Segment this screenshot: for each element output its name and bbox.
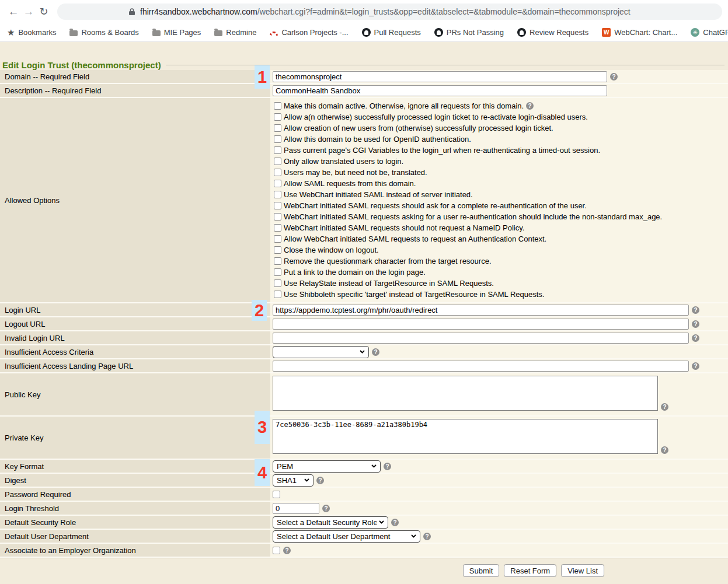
help-icon[interactable] [692,320,699,328]
description-input[interactable] [273,85,607,96]
bookmark-item[interactable]: Carlson Projects -... [270,28,348,37]
bookmark-item[interactable]: ChatGPT [691,28,728,37]
help-icon[interactable] [610,73,618,81]
bookmark-item[interactable]: MIE Pages [152,28,201,37]
allowed-option-checkbox[interactable] [274,246,281,254]
public-key-textarea[interactable] [273,376,658,411]
allowed-option-checkbox[interactable] [274,213,281,221]
allowed-option: Put a link to the domain on the login pa… [274,267,728,278]
help-icon[interactable] [661,446,668,454]
key-format-select[interactable]: PEM [273,460,381,473]
allowed-option-checkbox[interactable] [274,146,281,154]
insufficient-access-criteria-select[interactable] [273,346,369,358]
address-bar[interactable]: fhirr4sandbox.webchartnow.com/webchart.c… [57,4,722,20]
allowed-option-checkbox[interactable] [274,224,281,232]
bookmark-item[interactable]: WebChart: Chart... [602,28,677,37]
digest-select[interactable]: SHA1 [273,474,314,487]
allowed-option-checkbox[interactable] [274,268,281,276]
chevron-down-icon [304,478,309,482]
allowed-option-checkbox[interactable] [274,191,281,198]
help-icon[interactable] [692,306,699,314]
login-url-input[interactable] [273,305,689,316]
allowed-option-checkbox[interactable] [274,235,281,243]
allowed-option: Use WebChart initiated SAML instead of s… [274,189,728,200]
allowed-option-checkbox[interactable] [274,291,281,298]
allowed-option-checkbox[interactable] [274,158,281,165]
bookmark-item[interactable]: Bookmarks [7,27,56,38]
allowed-option-checkbox[interactable] [274,169,281,176]
login-url-label: Login URL [0,303,270,316]
help-icon[interactable] [283,547,291,554]
allowed-option-checkbox[interactable] [274,113,281,121]
bookmark-item[interactable]: Pull Requests [362,28,421,37]
allowed-options-label: Allowed Options [0,98,270,302]
view-list-button[interactable]: View List [561,564,604,577]
chevron-down-icon [411,534,416,538]
allowed-option-checkbox[interactable] [274,202,281,209]
help-icon[interactable] [692,334,699,342]
help-icon[interactable] [661,403,668,411]
allowed-option-label: Make this domain active. Otherwise, igno… [284,102,524,110]
allowed-option-label: Use WebChart initiated SAML instead of s… [284,190,473,199]
reload-icon[interactable] [36,5,51,18]
allowed-option-checkbox[interactable] [274,257,281,265]
bookmark-item[interactable]: Redmine [214,28,256,37]
default-security-role-select[interactable]: Select a Default Security Role [273,516,388,529]
annotation-step-2: 2 [252,300,267,321]
allowed-option-label: Close the window on logout. [284,246,379,254]
insufficient-access-landing-input[interactable] [273,361,689,372]
associate-employer-org-checkbox[interactable] [273,547,280,554]
bookmark-item[interactable]: PRs Not Passing [434,28,504,37]
row-public-key: Public Key [0,373,728,417]
select-value: PEM [277,462,369,471]
help-icon[interactable] [372,348,379,356]
invalid-login-url-input[interactable] [273,333,689,344]
allowed-option-label: WebChart initiated SAML requests should … [284,223,524,232]
row-insufficient-access-landing: Insufficient Access Landing Page URL [0,359,728,373]
allowed-option-checkbox[interactable] [274,180,281,187]
chevron-down-icon [379,520,384,524]
allowed-option: Use Shibboleth specific 'target' instead… [274,289,728,300]
allowed-option-checkbox[interactable] [274,102,281,110]
select-value: Select a Default User Department [277,532,409,541]
reset-form-button[interactable]: Reset Form [504,564,556,577]
row-domain: Domain -- Required Field [0,70,728,84]
help-icon[interactable] [322,505,330,512]
logout-url-input[interactable] [273,319,689,330]
insufficient-access-criteria-label: Insufficient Access Criteria [0,345,270,358]
form-actions: Submit Reset Form View List [0,564,728,577]
help-icon[interactable] [384,463,391,470]
login-threshold-input[interactable] [273,503,319,514]
row-associate-employer-org: Associate to an Employer Organization [0,544,728,558]
allowed-option-checkbox[interactable] [274,279,281,287]
allowed-option-checkbox[interactable] [274,135,281,143]
domain-input[interactable] [273,71,607,82]
help-icon[interactable] [316,477,324,484]
allowed-option: Make this domain active. Otherwise, igno… [274,100,728,111]
bookmark-item[interactable]: Review Requests [517,28,588,37]
invalid-login-url-label: Invalid Login URL [0,331,270,344]
help-icon[interactable] [692,362,699,370]
back-icon[interactable] [6,5,21,18]
password-required-label: Password Required [0,488,270,501]
allowed-option: Remove the questionmark character from t… [274,256,728,267]
help-icon[interactable] [423,533,431,540]
allowed-option-label: Allow SAML requests from this domain. [284,179,416,188]
help-icon[interactable] [391,519,399,526]
row-description: Description -- Required Field [0,84,728,98]
help-icon[interactable] [526,102,534,110]
password-required-checkbox[interactable] [273,491,280,498]
star-icon [7,27,15,38]
bookmark-item[interactable]: Rooms & Boards [69,28,138,37]
associate-employer-org-label: Associate to an Employer Organization [0,544,270,557]
allowed-option-label: Only allow translated users to login. [284,157,403,166]
submit-button[interactable]: Submit [463,564,499,577]
forward-icon[interactable] [21,5,36,18]
row-digest: Digest SHA1 [0,474,728,488]
private-key-textarea[interactable]: 7ce50036-3c3b-11ee-8689-a21a380b19b4 [273,419,658,454]
lock-icon[interactable] [128,8,135,16]
default-user-department-select[interactable]: Select a Default User Department [273,530,420,543]
url-text[interactable]: fhirr4sandbox.webchartnow.com/webchart.c… [140,7,631,16]
row-default-user-department: Default User Department Select a Default… [0,530,728,544]
allowed-option-checkbox[interactable] [274,124,281,132]
